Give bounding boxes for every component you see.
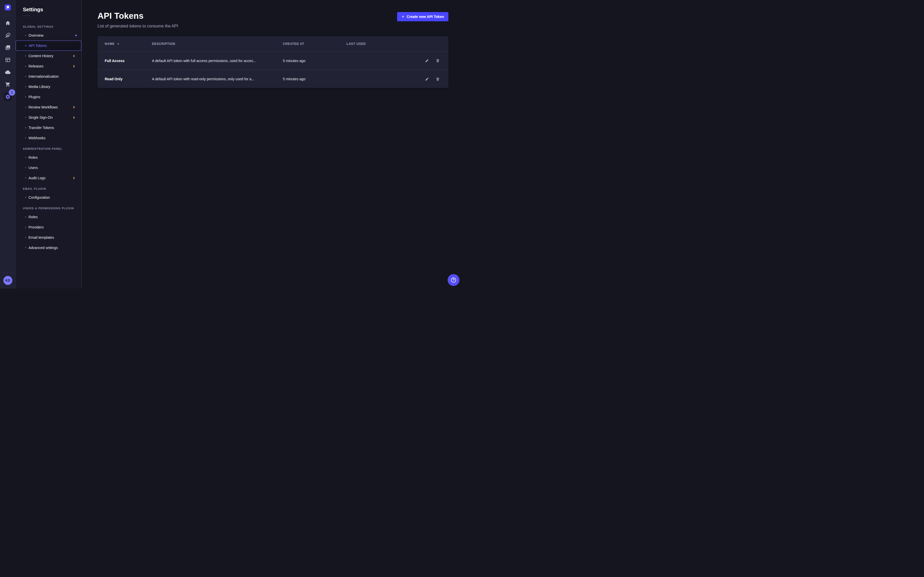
subnav-item-providers[interactable]: Providers: [16, 222, 81, 232]
main-content: API Tokens List of generated tokens to c…: [82, 0, 462, 288]
subnav-item-api-tokens[interactable]: API Tokens: [16, 40, 81, 51]
bullet-dot: [25, 55, 26, 56]
column-header-name[interactable]: NAME: [105, 42, 152, 46]
column-header-created-at[interactable]: CREATED AT: [283, 42, 347, 46]
bullet-dot: [25, 247, 26, 248]
settings-gear-icon[interactable]: 1: [3, 92, 12, 101]
subnav-item-configuration[interactable]: Configuration: [16, 192, 81, 203]
bullet-dot: [25, 227, 26, 228]
subnav-item-label: Plugins: [29, 95, 40, 99]
subnav-section-email-plugin: EMAIL PLUGINConfiguration: [16, 185, 81, 203]
subnav-item-label: Webhooks: [29, 136, 45, 140]
subnav-sections: GLOBAL SETTINGSOverview API TokensConten…: [16, 23, 81, 253]
create-api-token-button[interactable]: Create new API Token: [397, 12, 448, 21]
cell-description: A default API token with read-only permi…: [152, 77, 283, 81]
subnav-item-releases[interactable]: Releases: [16, 61, 81, 71]
bullet-dot: [25, 167, 26, 168]
subnav-item-label: Roles: [29, 215, 38, 219]
subnav-item-email-templates[interactable]: Email templates: [16, 232, 81, 243]
subnav-item-label: Email templates: [29, 235, 54, 240]
pencil-icon: [425, 77, 429, 81]
strapi-logo-icon[interactable]: [5, 4, 11, 11]
icon-rail: 1 KD: [0, 0, 16, 288]
bullet-dot: [25, 157, 26, 158]
cell-created-at: 5 minutes ago: [283, 77, 347, 81]
cell-name: Read Only: [105, 77, 152, 81]
cell-name: Full Access: [105, 59, 152, 63]
page-title: API Tokens: [97, 11, 178, 21]
create-api-token-label: Create new API Token: [407, 15, 444, 19]
subnav-item-label: Advanced settings: [29, 246, 58, 250]
edit-button[interactable]: [423, 76, 430, 82]
sort-ascending-icon: [117, 42, 120, 45]
subnav-item-webhooks[interactable]: Webhooks: [16, 133, 81, 143]
subnav-item-internationalization[interactable]: Internationalization: [16, 71, 81, 82]
media-library-icon[interactable]: [4, 44, 11, 51]
home-icon[interactable]: [4, 19, 11, 26]
subnav-item-content-history[interactable]: Content History: [16, 51, 81, 61]
marketplace-cart-icon[interactable]: [4, 81, 11, 88]
rail-divider: [0, 16, 15, 16]
delete-button[interactable]: [434, 57, 441, 64]
page-header-titles: API Tokens List of generated tokens to c…: [97, 11, 178, 29]
bullet-dot: [25, 86, 26, 87]
table-row-read-only[interactable]: Read OnlyA default API token with read-o…: [97, 70, 448, 88]
section-label: USERS & PERMISSIONS PLUGIN: [16, 204, 81, 212]
bullet-dot: [25, 216, 26, 218]
subnav-item-overview[interactable]: Overview: [16, 30, 81, 40]
subnav-item-roles[interactable]: Roles: [16, 212, 81, 222]
plus-icon: [401, 15, 404, 18]
strapi-admin-app: 1 KD Settings GLOBAL SETTINGSOverview AP…: [0, 0, 462, 288]
subnav-item-label: Media Library: [29, 85, 50, 89]
feather-icon[interactable]: [4, 32, 11, 39]
trash-icon: [436, 59, 440, 63]
lightning-bolt-icon: [72, 105, 76, 109]
subnav-item-audit-logs[interactable]: Audit Logs: [16, 173, 81, 183]
row-actions: [417, 57, 441, 64]
cell-created-at: 5 minutes ago: [283, 59, 347, 63]
bullet-dot: [25, 107, 26, 108]
question-circle-icon: [451, 277, 457, 283]
column-header-description[interactable]: DESCRIPTION: [152, 42, 283, 46]
table-row-full-access[interactable]: Full AccessA default API token with full…: [97, 52, 448, 70]
subnav-item-label: API Tokens: [29, 44, 47, 48]
delete-button[interactable]: [434, 76, 441, 82]
subnav-title: Settings: [23, 6, 81, 13]
help-button[interactable]: [447, 274, 459, 286]
page-header: API Tokens List of generated tokens to c…: [97, 11, 448, 29]
edit-button[interactable]: [423, 57, 430, 64]
subnav-item-label: Configuration: [29, 195, 50, 200]
subnav-item-label: Internationalization: [29, 74, 59, 79]
bullet-dot: [25, 76, 26, 77]
subnav-section-users-permissions-plugin: USERS & PERMISSIONS PLUGINRolesProviders…: [16, 204, 81, 253]
subnav-item-label: Providers: [29, 225, 44, 229]
section-label: GLOBAL SETTINGS: [16, 23, 81, 30]
subnav-item-media-library[interactable]: Media Library: [16, 82, 81, 92]
subnav-item-review-workflows[interactable]: Review Workflows: [16, 102, 81, 112]
table-header-row: NAME DESCRIPTION CREATED AT LAST USED: [97, 36, 448, 52]
bullet-dot: [25, 97, 26, 97]
lightning-bolt-icon: [72, 54, 76, 58]
section-label: EMAIL PLUGIN: [16, 185, 81, 192]
bullet-dot: [25, 127, 26, 128]
layout-icon[interactable]: [4, 56, 11, 63]
lightning-bolt-icon: [72, 64, 76, 68]
subnav-section-global-settings: GLOBAL SETTINGSOverview API TokensConten…: [16, 23, 81, 143]
subnav-item-label: Roles: [29, 155, 38, 160]
cloud-icon[interactable]: [4, 68, 11, 76]
cell-description: A default API token with full access per…: [152, 59, 283, 63]
api-tokens-table: NAME DESCRIPTION CREATED AT LAST USED Fu…: [97, 36, 448, 88]
pencil-icon: [425, 59, 429, 63]
subnav-item-single-sign-on[interactable]: Single Sign-On: [16, 112, 81, 122]
subnav-item-transfer-tokens[interactable]: Transfer Tokens: [16, 122, 81, 133]
subnav-divider: [23, 16, 30, 16]
subnav-item-plugins[interactable]: Plugins: [16, 92, 81, 102]
page-subtitle: List of generated tokens to consume the …: [97, 24, 178, 29]
subnav-item-users[interactable]: Users: [16, 163, 81, 173]
column-header-last-used[interactable]: LAST USED: [347, 42, 417, 46]
section-label: ADMINISTRATION PANEL: [16, 145, 81, 152]
user-avatar[interactable]: KD: [3, 276, 12, 285]
subnav-item-advanced-settings[interactable]: Advanced settings: [16, 243, 81, 253]
subnav-item-roles[interactable]: Roles: [16, 152, 81, 163]
bullet-dot: [25, 137, 26, 139]
